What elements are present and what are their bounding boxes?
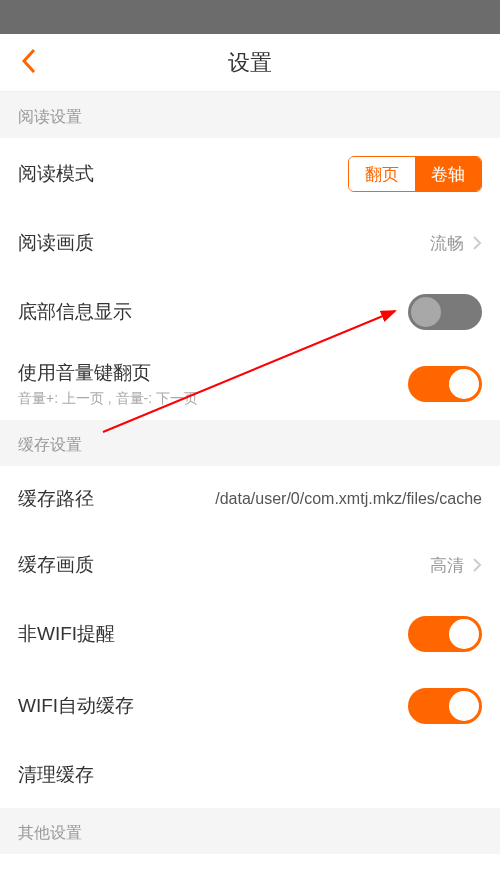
section-header-cache: 缓存设置 (0, 420, 500, 466)
segment-option-scroll[interactable]: 卷轴 (415, 157, 481, 191)
row-cache-path[interactable]: 缓存路径 /data/user/0/com.xmtj.mkz/files/cac… (0, 466, 500, 532)
toggle-knob (449, 369, 479, 399)
chevron-right-icon (472, 235, 482, 251)
row-reading-mode: 阅读模式 翻页 卷轴 (0, 138, 500, 210)
cache-path-label: 缓存路径 (18, 486, 94, 512)
row-bottom-info: 底部信息显示 (0, 276, 500, 348)
volume-page-sublabel: 音量+: 上一页 , 音量-: 下一页 (18, 390, 198, 408)
section-header-other: 其他设置 (0, 808, 500, 854)
bottom-info-toggle[interactable] (408, 294, 482, 330)
row-nonwifi-alert: 非WIFI提醒 (0, 598, 500, 670)
row-cache-quality[interactable]: 缓存画质 高清 (0, 532, 500, 598)
cache-quality-value: 高清 (430, 554, 464, 577)
back-icon (21, 48, 37, 78)
toggle-knob (449, 691, 479, 721)
clear-cache-label: 清理缓存 (18, 762, 94, 788)
segment-option-page[interactable]: 翻页 (349, 157, 415, 191)
row-wifi-auto-cache: WIFI自动缓存 (0, 670, 500, 742)
reading-mode-label: 阅读模式 (18, 161, 94, 187)
section-header-reading: 阅读设置 (0, 92, 500, 138)
row-reading-quality[interactable]: 阅读画质 流畅 (0, 210, 500, 276)
volume-page-label: 使用音量键翻页 (18, 360, 198, 386)
row-volume-page: 使用音量键翻页 音量+: 上一页 , 音量-: 下一页 (0, 348, 500, 420)
nonwifi-label: 非WIFI提醒 (18, 621, 115, 647)
row-clear-cache[interactable]: 清理缓存 (0, 742, 500, 808)
page-title: 设置 (228, 48, 272, 78)
toggle-knob (449, 619, 479, 649)
status-bar (0, 0, 500, 34)
toggle-knob (411, 297, 441, 327)
cache-path-value: /data/user/0/com.xmtj.mkz/files/cache (215, 490, 482, 508)
header: 设置 (0, 34, 500, 92)
cache-quality-label: 缓存画质 (18, 552, 94, 578)
wifi-auto-label: WIFI自动缓存 (18, 693, 134, 719)
wifi-auto-toggle[interactable] (408, 688, 482, 724)
reading-quality-value: 流畅 (430, 232, 464, 255)
bottom-info-label: 底部信息显示 (18, 299, 132, 325)
reading-quality-label: 阅读画质 (18, 230, 94, 256)
nonwifi-toggle[interactable] (408, 616, 482, 652)
back-button[interactable] (14, 48, 44, 78)
chevron-right-icon (472, 557, 482, 573)
volume-page-toggle[interactable] (408, 366, 482, 402)
reading-mode-segment: 翻页 卷轴 (348, 156, 482, 192)
